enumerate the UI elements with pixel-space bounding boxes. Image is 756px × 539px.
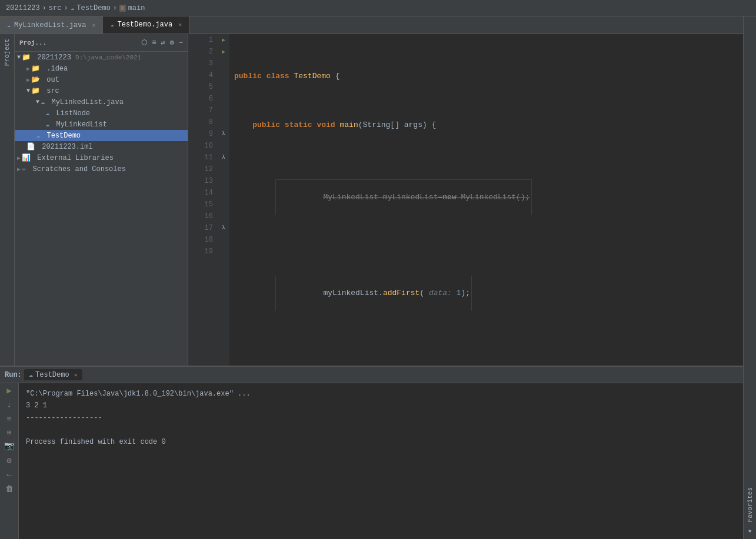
code-line-4: myLinkedList.addFirst( data: 1); [234,264,740,323]
tree-item-out[interactable]: ▶ 📂 out [15,74,188,85]
arrow-out: ▶ [26,76,30,83]
tab-mylinkedlist[interactable]: ☁ MyLinkedList.java ✕ [0,16,103,34]
tree-label-scratches: Scratches and Consoles [28,165,126,173]
gutter-19 [218,246,229,257]
run-gear-button[interactable]: ⚙ [6,456,11,466]
tab-close-1[interactable]: ✕ [92,22,95,29]
tree-item-iml[interactable]: 📄 20211223.iml [15,141,188,152]
run-play-button[interactable]: ▶ [6,386,11,396]
tab-close-2[interactable]: ✕ [178,21,182,28]
breadcrumb-bar: 20211223 › src › ☁ TestDemo › m main [0,0,756,16]
breadcrumb-file[interactable]: TestDemo [76,4,111,12]
run-trash-button[interactable]: 🗑 [5,484,14,494]
console-output-line2: ------------------ [26,412,749,424]
breadcrumb-sep2: › [64,4,68,12]
gutter-13 [218,175,229,187]
java-icon-testdemo: ☁ [36,131,40,140]
gutter-10 [218,140,229,152]
code-line-3: MyLinkedList myLinkedList=new MyLinkedLi… [234,168,740,227]
toolbar-collapse-icon[interactable]: − [179,39,183,47]
project-tab-label: Project [4,34,11,71]
tree-label-out: out [42,76,59,84]
run-exit-button[interactable]: ← [6,470,11,480]
tab-testdemo[interactable]: ☁ TestDemo.java ✕ [103,16,189,34]
project-sidebar-tab[interactable]: Project [0,34,15,366]
run-toolbar: ▶ ↓ ≡ ⊞ 📷 ⚙ ← 🗑 [0,383,19,539]
gutter-run-2[interactable]: ▶ [218,46,229,58]
run-tab-close[interactable]: ✕ [74,371,78,379]
run-scroll-down-button[interactable]: ↓ [6,400,11,410]
gutter: ▶ ▶ λ λ λ [218,34,229,366]
tree-item-testdemo[interactable]: ☁ TestDemo [15,130,188,141]
arrow-scratches: ▶ [17,166,21,173]
gutter-7 [218,105,229,116]
breadcrumb-sep1: › [42,4,46,12]
code-editor[interactable]: public class TestDemo { public static vo… [229,34,744,366]
tree-item-external-libs[interactable]: ▶ 📊 External Libraries [15,152,188,163]
toolbar-arrows-icon[interactable]: ⇄ [161,38,165,47]
toolbar-settings-icon[interactable]: ⚙ [170,38,174,47]
java-icon: ☁ [71,4,75,12]
line-numbers: 1 2 3 4 5 6 7 8 9 10 11 12 13 14 15 16 1… [188,34,218,366]
project-tree: ▼ 📁 20211223 D:\java_code\2021 ▶ 📁 .idea… [15,52,188,366]
bottom-panel: Run: ☁ TestDemo ✕ ▶ ↓ ≡ ⊞ 📷 ⚙ ← 🗑 "C:\Pr… [0,366,756,539]
breadcrumb-sep3: › [113,4,117,12]
gutter-lambda-9: λ [218,128,229,140]
run-label: Run: [5,371,22,379]
favorites-bar: Favorites ★ [743,16,756,539]
folder-icon-src: 📁 [31,86,40,95]
gutter-15 [218,199,229,210]
console-output-line1: 3 2 1 [26,400,749,411]
run-camera-button[interactable]: 📷 [4,441,14,451]
tab-java-icon-1: ☁ [7,22,11,29]
tree-item-mylinkedlist-file[interactable]: ▼ ☁ MyLinkedList.java [15,96,188,108]
editor-area: 1 2 3 4 5 6 7 8 9 10 11 12 13 14 15 16 1… [188,34,744,366]
tree-label-mylinkedlist: MyLinkedList.java [47,98,124,106]
tree-label-listnode: ListNode [52,109,90,118]
code-line-5: myLinkedList.addFirst( data: 2); [234,359,740,366]
ext-libs-icon: 📊 [22,153,31,162]
java-icon-mylinkedlist: ☁ [41,98,45,106]
tab-java-icon-2: ☁ [110,21,114,28]
tree-label-idea: .idea [42,65,68,73]
run-fold-button[interactable]: ⊞ [7,428,11,436]
run-tab-testdemo[interactable]: ☁ TestDemo ✕ [24,369,82,380]
console-output: "C:\Program Files\Java\jdk1.8.0_192\bin\… [19,383,756,539]
toolbar-globe-icon[interactable]: ⬡ [141,38,147,47]
tree-item-mylinkedlist-class[interactable]: ☁ MyLinkedList [15,119,188,130]
run-tab-bar: Run: ☁ TestDemo ✕ [0,367,756,383]
breadcrumb-src[interactable]: src [49,4,62,12]
tree-item-project-root[interactable]: ▼ 📁 20211223 D:\java_code\2021 [15,52,188,63]
gutter-lambda-11: λ [218,152,229,163]
folder-icon-out: 📂 [31,75,40,84]
run-wrap-button[interactable]: ≡ [6,414,11,424]
project-panel: Proj... ⬡ ≡ ⇄ ⚙ − ▼ 📁 20211223 D:\java_c… [15,34,188,366]
tree-label-mylinkedlist-class: MyLinkedList [52,120,107,129]
tree-path-root: D:\java_code\2021 [75,54,141,61]
breadcrumb-method[interactable]: main [128,4,145,12]
tree-item-listnode[interactable]: ☁ ListNode [15,108,188,119]
folder-icon-idea: 📁 [31,64,40,73]
breadcrumb-project[interactable]: 20211223 [6,4,40,12]
tree-item-scratches[interactable]: ▶ ✏ Scratches and Consoles [15,163,188,175]
method-icon: m [119,5,126,12]
tree-label-iml: 20211223.iml [38,143,93,151]
run-tab-icon: ☁ [29,370,33,379]
toolbar-list-icon[interactable]: ≡ [152,39,156,47]
tree-item-src[interactable]: ▼ 📁 src [15,85,188,96]
tree-label-root: 20211223 [33,53,75,62]
arrow-ext-libs: ▶ [17,155,21,162]
project-panel-title: Proj... [19,39,46,46]
tab-bar: ☁ MyLinkedList.java ✕ ☁ TestDemo.java ✕ [0,16,756,34]
scratches-icon: ✏ [22,165,26,173]
run-tab-label: TestDemo [35,371,69,379]
favorites-star-icon[interactable]: ★ [748,527,752,534]
favorites-label: Favorites [747,483,754,527]
gutter-run-1[interactable]: ▶ [218,34,229,46]
tree-item-idea[interactable]: ▶ 📁 .idea [15,63,188,74]
gutter-6 [218,93,229,105]
gutter-12 [218,163,229,175]
arrow-mylinkedlist: ▼ [36,99,39,105]
tab-label-mylinkedlist: MyLinkedList.java [14,21,86,29]
gutter-3 [218,58,229,69]
